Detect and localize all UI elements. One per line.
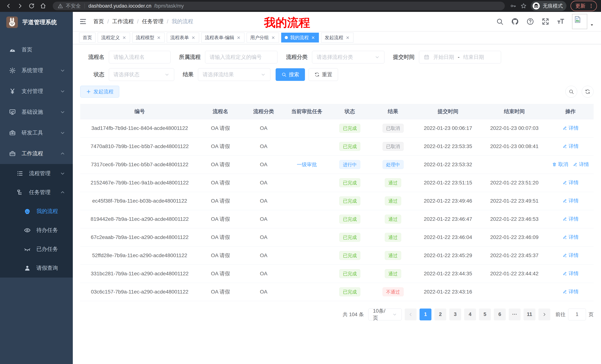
bookmark-star-icon[interactable] (521, 3, 527, 9)
edit-icon (562, 235, 567, 239)
page-button-5[interactable]: 5 (479, 308, 491, 320)
detail-action-link[interactable]: 详情 (562, 252, 579, 259)
sidebar-item-5[interactable]: 研发工具 (0, 123, 73, 143)
fullscreen-icon[interactable] (541, 18, 549, 25)
process-def-input[interactable] (205, 51, 278, 63)
help-icon[interactable] (526, 18, 534, 25)
process-name-input[interactable] (109, 51, 170, 63)
create-process-button[interactable]: 发起流程 (80, 86, 119, 98)
page-button-2[interactable]: 2 (434, 308, 446, 320)
cell-id: 7317cec6-7b9b-11ec-b5b7-acde48001122 (80, 155, 199, 174)
edit-icon (562, 144, 567, 149)
detail-action-link[interactable]: 详情 (562, 288, 579, 295)
sidebar-subitem-4[interactable]: 待办任务 (0, 221, 73, 240)
tab-4[interactable]: 流程表单 (167, 33, 199, 42)
next-page-button[interactable] (538, 308, 550, 320)
sidebar-item-4[interactable]: 基础设施 (0, 102, 73, 123)
github-icon[interactable] (511, 18, 519, 25)
page-button-3[interactable]: 3 (449, 308, 461, 320)
browser-update-button[interactable]: 更新 (571, 1, 597, 11)
category-placeholder: 请选择流程分类 (317, 54, 353, 61)
cell-category: OA (242, 119, 285, 137)
tab-3[interactable]: 流程模型 (132, 33, 165, 42)
logo-image (6, 17, 18, 28)
result-select[interactable]: 请选择流结果 (198, 68, 270, 81)
tab-7[interactable]: 我的流程 (281, 33, 319, 42)
breadcrumb: 首页/工作流程/任务管理/我的流程 (93, 18, 193, 25)
page-ellipsis[interactable]: ··· (509, 308, 521, 320)
tab-2[interactable]: 流程定义 (98, 33, 130, 42)
tab-label: 我的流程 (290, 35, 309, 41)
submit-time-range-picker[interactable]: 开始日期 - 结束日期 (419, 51, 501, 63)
prev-page-button[interactable] (405, 308, 417, 320)
browser-home-button[interactable] (39, 1, 48, 10)
page-button-1[interactable]: 1 (420, 308, 431, 320)
dashboard-icon (9, 46, 16, 53)
browser-actions: 无痕模式 更新 (510, 1, 597, 11)
detail-action-link[interactable]: 详情 (562, 270, 579, 277)
cancel-action-link[interactable]: 取消 (552, 161, 568, 168)
page-button-4[interactable]: 4 (464, 308, 476, 320)
category-select[interactable]: 请选择流程分类 (312, 51, 384, 63)
current-task-link[interactable]: 一级审批 (297, 161, 317, 168)
table-column-header: 结果 (371, 104, 415, 119)
status-select[interactable]: 请选择状态 (109, 68, 174, 81)
sidebar-item-2[interactable]: 系统管理 (0, 60, 73, 81)
tab-8[interactable]: 发起流程 (321, 33, 353, 42)
sidebar-item-1[interactable]: 首页 (0, 39, 73, 60)
sidebar-subitem-6[interactable]: 请假查询 (0, 259, 73, 278)
browser-forward-button[interactable] (16, 1, 25, 10)
hamburger-icon[interactable] (79, 18, 87, 25)
toolbar-refresh-button[interactable] (582, 86, 594, 98)
user-menu[interactable] (572, 14, 595, 29)
cell-category: OA (242, 137, 285, 155)
tab-5[interactable]: 流程表单-编辑 (201, 33, 244, 42)
detail-action-link[interactable]: 详情 (562, 216, 579, 222)
detail-action-link[interactable]: 详情 (562, 143, 579, 150)
toolbar-search-toggle-button[interactable] (565, 86, 577, 98)
action-label: 详情 (569, 252, 579, 259)
sidebar-item-6[interactable]: 工作流程 (0, 143, 73, 164)
breadcrumb-item[interactable]: 工作流程 (112, 18, 134, 25)
sidebar-subitem-2[interactable]: 任务管理 (0, 183, 73, 202)
chevron-left-icon (408, 312, 413, 317)
key-icon[interactable] (510, 3, 516, 9)
avatar[interactable] (572, 14, 587, 29)
page-button-6[interactable]: 6 (494, 308, 506, 320)
address-bar[interactable]: 不安全 dashboard.yudao.iocoder.cn/bpm/task/… (53, 2, 505, 10)
header-search-icon[interactable] (496, 18, 504, 25)
result-label: 结果 (183, 71, 193, 78)
table-row: 331bc281-7b9a-11ec-a290-acde48001122OA 请… (80, 265, 594, 283)
cell-status: 已完成 (328, 174, 371, 192)
incognito-label: 无痕模式 (543, 3, 563, 9)
page-size-select[interactable]: 10条/页 (368, 308, 402, 320)
sidebar-subitem-3[interactable]: 我的流程 (0, 202, 73, 221)
browser-menu-icon[interactable] (588, 3, 594, 9)
eye-icon (24, 227, 31, 234)
goto-page-input[interactable] (568, 308, 586, 320)
browser-back-button[interactable] (4, 1, 13, 10)
detail-action-link[interactable]: 详情 (562, 197, 579, 204)
font-size-icon[interactable] (557, 18, 565, 25)
table-row: 52ffd28e-7b9a-11ec-a290-acde48001122OA 请… (80, 246, 594, 265)
sidebar-subitem-1[interactable]: 流程管理 (0, 164, 73, 183)
tab-1[interactable]: 首页 (79, 33, 95, 42)
sidebar-item-3[interactable]: 支付管理 (0, 81, 73, 102)
cell-submit-time: 2022-01-22 23:51:15 (415, 174, 481, 192)
detail-action-link[interactable]: 详情 (562, 125, 579, 131)
detail-action-link[interactable]: 详情 (562, 234, 579, 240)
sidebar-subitem-label: 我的流程 (36, 208, 58, 215)
face-icon (24, 208, 31, 215)
cell-result: 通过 (371, 265, 415, 283)
breadcrumb-item[interactable]: 任务管理 (142, 18, 163, 25)
breadcrumb-item[interactable]: 首页 (93, 18, 104, 25)
detail-action-link[interactable]: 详情 (562, 179, 579, 186)
result-badge: 通过 (385, 196, 401, 206)
browser-reload-button[interactable] (27, 1, 36, 10)
tab-6[interactable]: 用户分组 (247, 33, 279, 42)
search-button[interactable]: 搜索 (276, 68, 305, 81)
page-button-11[interactable]: 11 (523, 308, 535, 320)
reset-button[interactable]: 重置 (309, 68, 338, 81)
sidebar-subitem-5[interactable]: 已办任务 (0, 240, 73, 259)
detail-action-link[interactable]: 详情 (573, 161, 589, 168)
